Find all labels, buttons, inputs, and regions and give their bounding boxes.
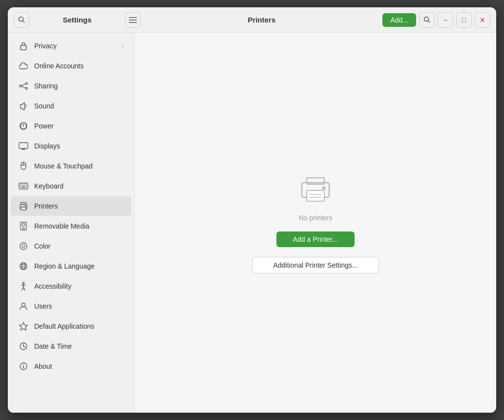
svg-rect-58: [307, 190, 324, 201]
svg-point-61: [322, 187, 326, 190]
star-icon: [19, 321, 28, 331]
additional-printer-settings-button[interactable]: Additional Printer Settings...: [252, 257, 379, 273]
sidebar-item-sound-label: Sound: [34, 102, 54, 110]
sidebar-item-power[interactable]: Power: [11, 116, 131, 136]
add-printer-header-button[interactable]: Add...: [382, 13, 416, 27]
info-icon: [19, 361, 28, 371]
close-button[interactable]: ✕: [475, 12, 490, 28]
sidebar-item-removable-media[interactable]: Removable Media: [11, 216, 131, 236]
maximize-button[interactable]: □: [456, 12, 472, 28]
sidebar-item-printers-label: Printers: [34, 202, 58, 210]
sidebar-item-default-applications[interactable]: Default Applications: [11, 316, 131, 336]
no-printers-text: No printers: [299, 214, 332, 222]
titlebar: Settings Printers Add... − □ ✕: [8, 7, 496, 33]
svg-rect-7: [21, 45, 26, 50]
users-icon: [19, 301, 28, 311]
svg-point-48: [22, 303, 25, 307]
svg-rect-15: [19, 143, 28, 148]
sidebar-item-sharing-label: Sharing: [34, 82, 58, 90]
lock-icon: [19, 41, 28, 51]
svg-point-36: [20, 243, 27, 250]
sidebar-item-displays[interactable]: Displays: [11, 136, 131, 156]
globe-icon: [19, 261, 28, 271]
svg-point-43: [22, 282, 24, 284]
sidebar-item-color-label: Color: [34, 242, 50, 250]
sidebar-item-power-label: Power: [34, 122, 54, 130]
sidebar-item-users[interactable]: Users: [11, 296, 131, 316]
sidebar-item-sound[interactable]: Sound: [11, 96, 131, 116]
displays-icon: [19, 141, 28, 151]
sidebar-item-mouse-touchpad[interactable]: Mouse & Touchpad: [11, 156, 131, 176]
sidebar-item-users-label: Users: [34, 302, 52, 310]
page-title: Printers: [248, 16, 275, 24]
sidebar-item-about[interactable]: About: [11, 357, 131, 376]
sidebar-search-button[interactable]: [14, 12, 29, 28]
color-icon: [19, 241, 28, 251]
titlebar-right: Add... − □ ✕: [382, 12, 490, 28]
svg-rect-31: [21, 207, 26, 210]
sharing-icon: [19, 81, 28, 91]
clock-icon: [19, 341, 28, 351]
sidebar-item-accessibility-label: Accessibility: [34, 282, 71, 290]
sidebar-item-displays-label: Displays: [34, 142, 60, 150]
svg-point-37: [22, 245, 25, 248]
sidebar-item-date-time[interactable]: Date & Time: [11, 336, 131, 356]
svg-rect-21: [19, 183, 28, 189]
printer-icon: [19, 201, 28, 211]
add-printer-button[interactable]: Add a Printer...: [276, 231, 355, 247]
minimize-button[interactable]: −: [438, 12, 453, 28]
svg-line-12: [21, 86, 25, 88]
svg-point-9: [25, 83, 27, 84]
settings-label: Settings: [32, 16, 122, 24]
svg-line-6: [428, 21, 430, 23]
sidebar-item-about-label: About: [34, 362, 52, 370]
sidebar-item-printers[interactable]: Printers: [11, 196, 131, 216]
sidebar-item-privacy[interactable]: Privacy ›: [11, 36, 131, 56]
sidebar-item-online-accounts-label: Online Accounts: [34, 62, 84, 70]
sidebar-item-accessibility[interactable]: Accessibility: [11, 276, 131, 296]
no-printers-area: No printers: [296, 172, 335, 222]
header-search-button[interactable]: [419, 12, 435, 28]
svg-marker-49: [20, 322, 28, 330]
accessibility-icon: [19, 281, 28, 291]
svg-line-52: [23, 346, 25, 347]
svg-line-46: [22, 288, 23, 290]
sidebar-item-region-language[interactable]: Region & Language: [11, 256, 131, 276]
power-icon: [19, 121, 28, 131]
cloud-icon: [19, 61, 28, 71]
svg-point-35: [22, 227, 24, 229]
no-printer-illustration: [296, 172, 335, 208]
menu-button[interactable]: [125, 12, 141, 28]
sidebar: Privacy › Online Accounts: [8, 33, 135, 413]
sidebar-item-mouse-touchpad-label: Mouse & Touchpad: [34, 162, 93, 170]
chevron-right-icon: ›: [122, 42, 124, 49]
svg-point-8: [20, 85, 21, 87]
sidebar-item-privacy-label: Privacy: [34, 42, 57, 50]
keyboard-icon: [19, 181, 28, 191]
sidebar-item-online-accounts[interactable]: Online Accounts: [11, 56, 131, 76]
printers-main: No printers Add a Printer... Additional …: [135, 33, 496, 413]
sidebar-item-removable-media-label: Removable Media: [34, 222, 89, 230]
titlebar-left: Settings: [14, 12, 141, 28]
svg-line-11: [21, 84, 25, 85]
sidebar-item-date-time-label: Date & Time: [34, 342, 72, 350]
svg-rect-34: [22, 224, 25, 226]
sidebar-item-region-language-label: Region & Language: [34, 262, 95, 270]
sidebar-item-sharing[interactable]: Sharing: [11, 76, 131, 96]
titlebar-center: Printers: [145, 16, 378, 24]
sidebar-item-keyboard[interactable]: Keyboard: [11, 176, 131, 196]
settings-window: Settings Printers Add... − □ ✕: [8, 7, 496, 413]
svg-line-1: [22, 21, 24, 23]
removable-media-icon: [19, 221, 28, 231]
svg-point-55: [23, 364, 24, 365]
sidebar-item-keyboard-label: Keyboard: [34, 182, 63, 190]
sound-icon: [19, 101, 28, 111]
content-area: Privacy › Online Accounts: [8, 33, 496, 413]
svg-point-10: [25, 87, 27, 89]
sidebar-item-color[interactable]: Color: [11, 236, 131, 256]
sidebar-item-default-applications-label: Default Applications: [34, 322, 94, 330]
svg-line-47: [23, 288, 25, 290]
mouse-icon: [19, 161, 28, 171]
